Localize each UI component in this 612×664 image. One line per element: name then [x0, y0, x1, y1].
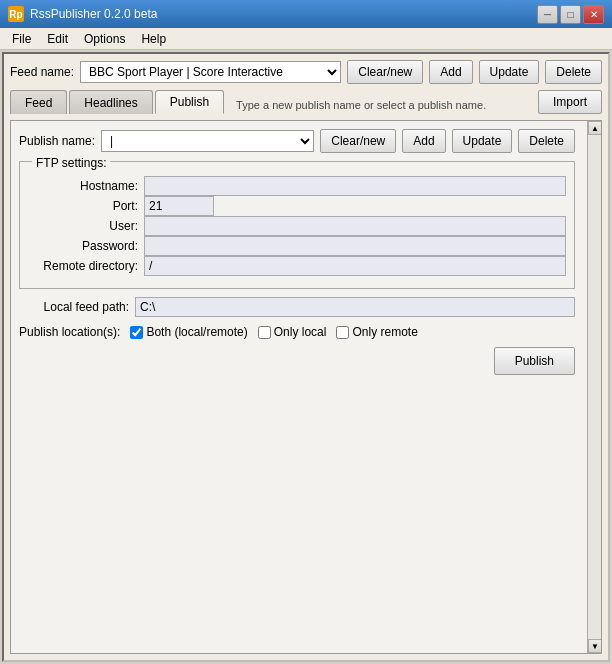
feed-delete-button[interactable]: Delete	[545, 60, 602, 84]
user-row: User:	[28, 216, 566, 236]
ftp-settings-group: FTP settings: Hostname: Port: User: Pass…	[19, 161, 575, 289]
only-local-label: Only local	[274, 325, 327, 339]
menu-file[interactable]: File	[4, 30, 39, 48]
both-checkbox[interactable]	[130, 326, 143, 339]
scrollbar[interactable]: ▲ ▼	[587, 121, 601, 653]
scroll-thumb[interactable]	[588, 135, 601, 639]
publish-name-select[interactable]: |	[101, 130, 314, 152]
feed-name-select-wrapper: BBC Sport Player | Score Interactive	[80, 61, 341, 83]
import-button[interactable]: Import	[538, 90, 602, 114]
title-controls: ─ □ ✕	[537, 5, 604, 24]
publish-delete-button[interactable]: Delete	[518, 129, 575, 153]
publish-clear-new-button[interactable]: Clear/new	[320, 129, 396, 153]
port-input[interactable]	[144, 196, 214, 216]
remote-dir-row: Remote directory:	[28, 256, 566, 276]
spacer	[19, 383, 593, 645]
feed-update-button[interactable]: Update	[479, 60, 540, 84]
hostname-row: Hostname:	[28, 176, 566, 196]
user-input[interactable]	[144, 216, 566, 236]
ftp-settings-title: FTP settings:	[32, 156, 110, 170]
tabs-hint: Type a new publish name or select a publ…	[226, 99, 538, 114]
publish-button[interactable]: Publish	[494, 347, 575, 375]
publish-update-button[interactable]: Update	[452, 129, 513, 153]
publish-btn-row: Publish	[19, 347, 575, 375]
scroll-down-arrow[interactable]: ▼	[588, 639, 602, 653]
tab-headlines[interactable]: Headlines	[69, 90, 152, 114]
local-path-input[interactable]	[135, 297, 575, 317]
menu-options[interactable]: Options	[76, 30, 133, 48]
feed-name-select[interactable]: BBC Sport Player | Score Interactive	[80, 61, 341, 83]
tab-feed[interactable]: Feed	[10, 90, 67, 114]
menu-help[interactable]: Help	[133, 30, 174, 48]
remote-dir-label: Remote directory:	[28, 259, 138, 273]
password-row: Password:	[28, 236, 566, 256]
publish-name-row: Publish name: | Clear/new Add Update Del…	[19, 129, 593, 153]
publish-name-select-wrapper: |	[101, 130, 314, 152]
tab-publish[interactable]: Publish	[155, 90, 224, 114]
minimize-button[interactable]: ─	[537, 5, 558, 24]
title-bar-left: Rp RssPublisher 0.2.0 beta	[8, 6, 157, 22]
feed-name-row: Feed name: BBC Sport Player | Score Inte…	[10, 60, 602, 84]
menu-bar: File Edit Options Help	[0, 28, 612, 50]
port-label: Port:	[28, 199, 138, 213]
only-remote-checkbox[interactable]	[336, 326, 349, 339]
only-remote-label: Only remote	[352, 325, 417, 339]
feed-clear-new-button[interactable]: Clear/new	[347, 60, 423, 84]
only-remote-checkbox-label: Only remote	[336, 325, 417, 339]
only-local-checkbox[interactable]	[258, 326, 271, 339]
only-local-checkbox-label: Only local	[258, 325, 327, 339]
publish-add-button[interactable]: Add	[402, 129, 445, 153]
location-label: Publish location(s):	[19, 325, 120, 339]
publish-tab-panel: ▲ ▼ Publish name: | Clear/new Add Update…	[10, 120, 602, 654]
maximize-button[interactable]: □	[560, 5, 581, 24]
app-icon: Rp	[8, 6, 24, 22]
main-window: Feed name: BBC Sport Player | Score Inte…	[2, 52, 610, 662]
location-row: Publish location(s): Both (local/remote)…	[19, 325, 575, 339]
close-button[interactable]: ✕	[583, 5, 604, 24]
title-bar: Rp RssPublisher 0.2.0 beta ─ □ ✕	[0, 0, 612, 28]
window-title: RssPublisher 0.2.0 beta	[30, 7, 157, 21]
user-label: User:	[28, 219, 138, 233]
local-path-label: Local feed path:	[19, 300, 129, 314]
publish-name-label: Publish name:	[19, 134, 95, 148]
menu-edit[interactable]: Edit	[39, 30, 76, 48]
remote-dir-input[interactable]	[144, 256, 566, 276]
password-label: Password:	[28, 239, 138, 253]
both-checkbox-label: Both (local/remote)	[130, 325, 247, 339]
port-row: Port:	[28, 196, 566, 216]
hostname-input[interactable]	[144, 176, 566, 196]
local-path-row: Local feed path:	[19, 297, 575, 317]
both-label: Both (local/remote)	[146, 325, 247, 339]
feed-add-button[interactable]: Add	[429, 60, 472, 84]
password-input[interactable]	[144, 236, 566, 256]
scroll-up-arrow[interactable]: ▲	[588, 121, 602, 135]
hostname-label: Hostname:	[28, 179, 138, 193]
feed-name-label: Feed name:	[10, 65, 74, 79]
